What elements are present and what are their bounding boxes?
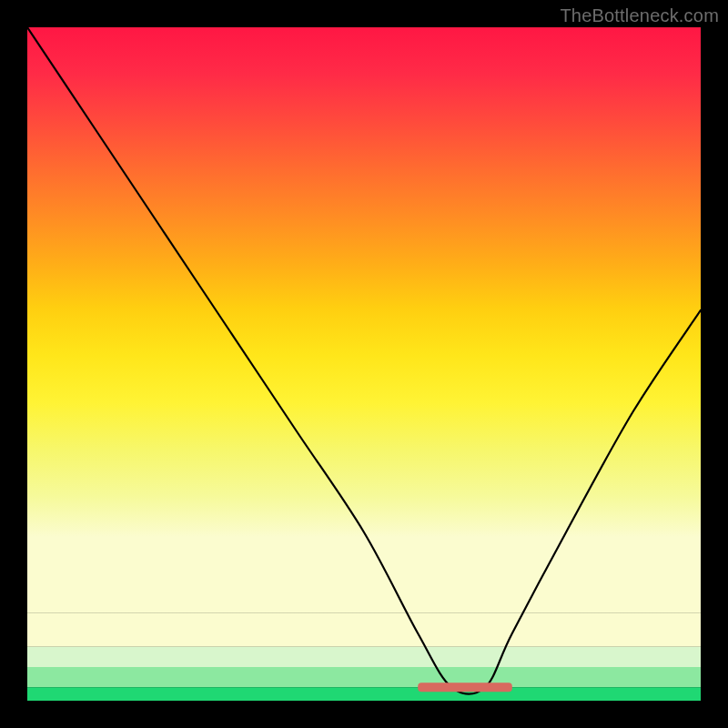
bottleneck-chart: [27, 27, 701, 701]
color-band: [27, 647, 701, 667]
watermark-text: TheBottleneck.com: [560, 5, 719, 26]
plot-area: [27, 27, 701, 701]
color-band: [27, 687, 701, 701]
chart-frame: TheBottleneck.com: [0, 0, 728, 728]
gradient-background: [27, 27, 701, 613]
color-band: [27, 613, 701, 647]
color-band: [27, 667, 701, 687]
optimum-band: [418, 682, 512, 692]
bottom-color-bars: [27, 613, 701, 701]
